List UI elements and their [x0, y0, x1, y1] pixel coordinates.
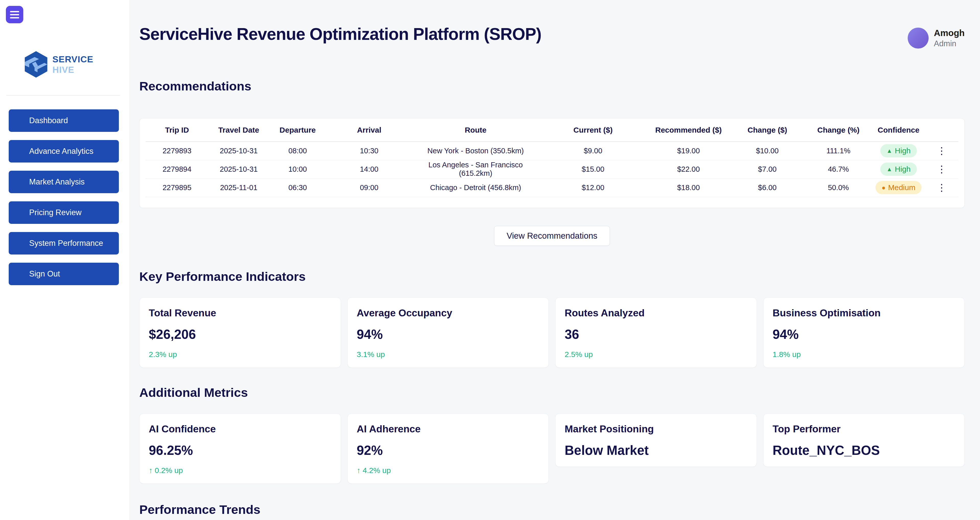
metric-label: Total Revenue	[149, 307, 331, 319]
cell-current: $12.00	[539, 178, 647, 197]
cell-travel_date: 2025-11-01	[208, 178, 269, 197]
metric-card: Total Revenue$26,2062.3% up	[139, 297, 341, 368]
sidebar-nav: DashboardAdvance AnalyticsMarket Analysi…	[9, 110, 119, 293]
cell-change_percent: 46.7%	[805, 160, 872, 178]
metric-delta: ↑ 4.2% up	[357, 466, 539, 475]
recommendations-heading: Recommendations	[139, 79, 965, 93]
metric-card: Average Occupancy94%3.1% up	[347, 297, 549, 368]
row-menu-button[interactable]: ⋮	[936, 164, 947, 175]
cell-arrival: 09:00	[326, 178, 412, 197]
table-row: 22798932025-10-3108:0010:30New York - Bo…	[146, 142, 958, 160]
metric-card: AI Confidence96.25%↑ 0.2% up	[139, 413, 341, 484]
cell-trip_id: 2279895	[146, 178, 208, 197]
cell-arrival: 14:00	[326, 160, 412, 178]
avatar[interactable]	[908, 28, 929, 49]
metric-card: Top PerformerRoute_NYC_BOS	[763, 413, 965, 467]
page-title: ServiceHive Revenue Optimization Platfor…	[139, 24, 541, 44]
metric-card: AI Adherence92%↑ 4.2% up	[347, 413, 549, 484]
cell-recommended: $19.00	[647, 142, 730, 160]
cell-recommended: $18.00	[647, 178, 730, 197]
column-header: Arrival	[326, 119, 412, 142]
sidebar-divider	[6, 95, 120, 95]
logo-text-service: SERVICE	[52, 54, 93, 64]
view-recommendations-button[interactable]: View Recommendations	[494, 226, 610, 246]
metric-card: Business Optimisation94%1.8% up	[763, 297, 965, 368]
cell-change_amount: $7.00	[730, 160, 805, 178]
cell-change_percent: 50.0%	[805, 178, 872, 197]
cell-actions: ⋮	[925, 142, 958, 160]
sidebar-item-dashboard[interactable]: Dashboard	[9, 110, 119, 132]
cell-departure: 10:00	[269, 160, 326, 178]
logo-text-hive: HIVE	[52, 64, 93, 75]
column-header: Current ($)	[539, 119, 647, 142]
menu-button[interactable]	[6, 6, 23, 23]
table-row: 22798952025-11-0106:3009:00Chicago - Det…	[146, 178, 958, 197]
recommendations-table: Trip IDTravel DateDepartureArrivalRouteC…	[146, 119, 958, 197]
metric-value: 92%	[357, 443, 539, 458]
confidence-badge: ▲High	[880, 144, 916, 157]
metric-delta: 3.1% up	[357, 350, 539, 359]
sidebar-item-system-performance[interactable]: System Performance	[9, 232, 119, 254]
sidebar-item-sign-out[interactable]: Sign Out	[9, 263, 119, 285]
additional-metric-cards: AI Confidence96.25%↑ 0.2% upAI Adherence…	[139, 413, 965, 484]
cell-change_amount: $6.00	[730, 178, 805, 197]
cell-recommended: $22.00	[647, 160, 730, 178]
metric-label: AI Confidence	[149, 423, 331, 435]
metric-value: 96.25%	[149, 443, 331, 458]
cell-travel_date: 2025-10-31	[208, 142, 269, 160]
cell-actions: ⋮	[925, 160, 958, 178]
hamburger-icon	[10, 11, 19, 18]
cell-arrival: 10:30	[326, 142, 412, 160]
metric-card: Market PositioningBelow Market	[555, 413, 757, 467]
kpi-cards: Total Revenue$26,2062.3% upAverage Occup…	[139, 297, 965, 368]
metric-label: Average Occupancy	[357, 307, 539, 319]
confidence-label: Medium	[888, 183, 915, 192]
cell-confidence: ▲High	[872, 160, 925, 178]
metric-delta: ↑ 0.2% up	[149, 466, 331, 475]
column-header: Travel Date	[208, 119, 269, 142]
cell-travel_date: 2025-10-31	[208, 160, 269, 178]
metric-label: Routes Analyzed	[565, 307, 748, 319]
cell-departure: 06:30	[269, 178, 326, 197]
column-header: Route	[412, 119, 539, 142]
recommendations-table-card: Trip IDTravel DateDepartureArrivalRouteC…	[139, 118, 965, 208]
table-row: 22798942025-10-3110:0014:00Los Angeles -…	[146, 160, 958, 178]
confidence-label: High	[895, 146, 911, 155]
kpi-heading: Key Performance Indicators	[139, 269, 965, 284]
row-menu-button[interactable]: ⋮	[936, 182, 947, 193]
metric-label: Business Optimisation	[773, 307, 955, 319]
cell-trip_id: 2279894	[146, 160, 208, 178]
confidence-badge: ▲High	[880, 162, 916, 176]
sidebar: SERVICE HIVE DashboardAdvance AnalyticsM…	[0, 0, 129, 520]
sidebar-item-advance-analytics[interactable]: Advance Analytics	[9, 140, 119, 162]
column-header: Departure	[269, 119, 326, 142]
user-role: Admin	[934, 38, 965, 49]
cell-route: Chicago - Detroit (456.8km)	[412, 178, 539, 197]
metric-label: AI Adherence	[357, 423, 539, 435]
metric-value: 94%	[773, 327, 955, 342]
column-header: Recommended ($)	[647, 119, 730, 142]
topbar: ServiceHive Revenue Optimization Platfor…	[139, 0, 965, 49]
row-menu-button[interactable]: ⋮	[936, 145, 947, 156]
metric-value: Below Market	[565, 443, 748, 458]
table-header-row: Trip IDTravel DateDepartureArrivalRouteC…	[146, 119, 958, 142]
sidebar-item-market-analysis[interactable]: Market Analysis	[9, 171, 119, 193]
user-chip: Amogh Admin	[908, 27, 965, 49]
metric-label: Top Performer	[773, 423, 955, 435]
column-header: Change (%)	[805, 119, 872, 142]
cell-change_amount: $10.00	[730, 142, 805, 160]
metric-value: 36	[565, 327, 748, 342]
triangle-up-icon: ▲	[886, 146, 892, 155]
cell-actions: ⋮	[925, 178, 958, 197]
cell-route: Los Angeles - San Francisco (615.2km)	[412, 160, 539, 178]
servicehive-logo-icon	[24, 50, 48, 79]
confidence-badge: ●Medium	[875, 181, 921, 194]
sidebar-item-pricing-review[interactable]: Pricing Review	[9, 201, 119, 224]
cell-change_percent: 111.1%	[805, 142, 872, 160]
additional-metrics-heading: Additional Metrics	[139, 385, 965, 400]
metric-delta: 2.3% up	[149, 350, 331, 359]
triangle-up-icon: ▲	[886, 165, 892, 174]
cell-route: New York - Boston (350.5km)	[412, 142, 539, 160]
brand-logo: SERVICE HIVE	[24, 50, 93, 79]
column-header: Change ($)	[730, 119, 805, 142]
